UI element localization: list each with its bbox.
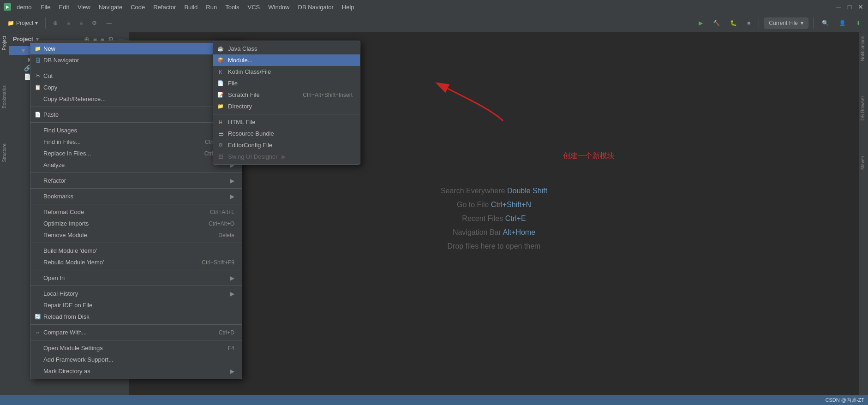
- right-panel-db-browser[interactable]: DB Browser: [859, 92, 868, 124]
- toolbar-expand-button[interactable]: ≡: [76, 18, 86, 28]
- ctx-optimize-imports[interactable]: Optimize Imports Ctrl+Alt+O: [30, 218, 242, 229]
- menu-refactor[interactable]: Refactor: [150, 2, 180, 12]
- current-file-button[interactable]: Current File ▾: [764, 18, 808, 29]
- minimize-button[interactable]: ─: [835, 3, 842, 11]
- sub-kotlin-class[interactable]: K Kotlin Class/File: [213, 66, 360, 77]
- menu-edit[interactable]: Edit: [55, 2, 72, 12]
- ctx-open-module-settings[interactable]: Open Module Settings F4: [30, 342, 242, 354]
- ctx-reload-from-disk[interactable]: 🔄 Reload from Disk: [30, 311, 242, 322]
- ctx-build-module[interactable]: Build Module 'demo': [30, 245, 242, 256]
- ctx-copy[interactable]: 📋 Copy Ctrl+C: [30, 82, 242, 93]
- menu-help[interactable]: Help: [338, 2, 358, 12]
- toolbar-collapse-button[interactable]: ≡: [63, 18, 74, 28]
- sub-editorconfig[interactable]: ⚙ EditorConfig File: [213, 139, 360, 151]
- debug-button[interactable]: 🐛: [726, 18, 741, 28]
- menu-run[interactable]: Run: [202, 2, 221, 12]
- ctx-new[interactable]: 📁 New ▶: [30, 43, 242, 54]
- ctx-paste[interactable]: 📄 Paste Ctrl+V: [30, 109, 242, 120]
- app-title: demo: [17, 4, 32, 11]
- ctx-local-history[interactable]: Local History ▶: [30, 288, 242, 299]
- menu-build[interactable]: Build: [180, 2, 201, 12]
- ctx-add-framework[interactable]: Add Framework Support...: [30, 354, 242, 365]
- menu-window[interactable]: Window: [264, 2, 293, 12]
- menu-code[interactable]: Code: [127, 2, 149, 12]
- menu-dbnavigator[interactable]: DB Navigator: [294, 2, 337, 12]
- search-button[interactable]: 🔍: [818, 18, 832, 28]
- ctx-rebuild-module[interactable]: Rebuild Module 'demo' Ctrl+Shift+F9: [30, 256, 242, 268]
- db-navigator-icon: 🗄: [34, 57, 42, 64]
- chinese-annotation: 创建一个新模块: [563, 151, 615, 161]
- ctx-bookmarks[interactable]: Bookmarks ▶: [30, 191, 242, 202]
- menu-navigate[interactable]: Navigate: [95, 2, 126, 12]
- ctx-sep-8: [30, 270, 242, 270]
- sidebar-item-structure[interactable]: Structure: [1, 140, 8, 166]
- recent-files-hint: Recent Files Ctrl+E: [441, 214, 547, 223]
- right-panel-notifications[interactable]: Notifications: [859, 32, 868, 65]
- window-controls: ─ □ ✕: [835, 3, 864, 11]
- menu-file[interactable]: File: [37, 2, 54, 12]
- sub-resource-bundle[interactable]: 🗃 Resource Bundle: [213, 128, 360, 139]
- compare-icon: ↔: [34, 329, 42, 336]
- right-panel-maven[interactable]: Maven: [859, 152, 868, 173]
- compare-shortcut: Ctrl+D: [219, 329, 234, 336]
- update-button[interactable]: ⬇: [852, 18, 864, 28]
- ctx-mark-directory[interactable]: Mark Directory as ▶: [30, 365, 242, 377]
- sidebar-item-bookmarks[interactable]: Bookmarks: [1, 82, 8, 112]
- stop-button[interactable]: ■: [743, 18, 754, 28]
- sub-java-class[interactable]: ☕ Java Class: [213, 43, 360, 54]
- ctx-open-in[interactable]: Open In ▶: [30, 272, 242, 284]
- goto-file-key: Ctrl+Shift+N: [491, 201, 531, 208]
- scratch-icon: 📝: [217, 91, 224, 99]
- build-button[interactable]: 🔨: [709, 18, 724, 28]
- ctx-sep-7: [30, 243, 242, 243]
- ctx-repair-ide[interactable]: Repair IDE on File: [30, 299, 242, 311]
- sidebar-item-project[interactable]: Project: [1, 32, 8, 54]
- maximize-button[interactable]: □: [846, 3, 853, 11]
- ctx-compare-with[interactable]: ↔ Compare With... Ctrl+D: [30, 327, 242, 338]
- reformat-shortcut: Ctrl+Alt+L: [210, 209, 234, 215]
- directory-icon: 📁: [217, 103, 224, 110]
- left-sidebar: Project Bookmarks Structure: [0, 32, 9, 405]
- ctx-find-in-files[interactable]: Find in Files... Ctrl+Shift+F: [30, 136, 242, 148]
- ctx-replace-in-files[interactable]: Replace in Files... Ctrl+Shift+R: [30, 148, 242, 159]
- run-button[interactable]: ▶: [695, 18, 706, 28]
- tree-expand-icon: ▼: [20, 47, 26, 54]
- ctx-db-navigator[interactable]: 🗄 DB Navigator ▶: [30, 54, 242, 66]
- ctx-remove-module[interactable]: Remove Module Delete: [30, 229, 242, 241]
- nav-bar-key: Alt+Home: [503, 228, 535, 236]
- ctx-cut[interactable]: ✂ Cut Ctrl+X: [30, 70, 242, 82]
- toolbar-settings-button[interactable]: ⚙: [88, 18, 101, 28]
- project-dropdown[interactable]: 📁 Project ▾: [4, 18, 42, 28]
- sub-scratch-file[interactable]: 📝 Scratch File Ctrl+Alt+Shift+Insert: [213, 89, 360, 101]
- sub-sep-1: [213, 114, 360, 114]
- search-everywhere-hint: Search Everywhere Double Shift: [441, 187, 547, 195]
- ctx-refactor[interactable]: Refactor ▶: [30, 175, 242, 186]
- sub-module[interactable]: 📦 Module...: [213, 54, 360, 66]
- ctx-analyze[interactable]: Analyze ▶: [30, 159, 242, 171]
- sub-file[interactable]: 📄 File: [213, 77, 360, 89]
- project-label: Project: [16, 20, 33, 26]
- menu-view[interactable]: View: [74, 2, 94, 12]
- ctx-reformat-code[interactable]: Reformat Code Ctrl+Alt+L: [30, 206, 242, 218]
- kotlin-icon: K: [217, 68, 224, 76]
- sub-html-file[interactable]: H HTML File: [213, 116, 360, 128]
- menu-vcs[interactable]: VCS: [244, 2, 264, 12]
- menu-tools[interactable]: Tools: [221, 2, 243, 12]
- sub-swing-designer: 🖼 Swing UI Designer ▶: [213, 151, 360, 162]
- paste-icon: 📄: [34, 111, 42, 119]
- ctx-sep-9: [30, 286, 242, 286]
- close-button[interactable]: ✕: [857, 3, 864, 11]
- optimize-shortcut: Ctrl+Alt+O: [209, 220, 234, 227]
- toolbar-sync-button[interactable]: ⊕: [49, 18, 61, 28]
- sub-directory[interactable]: 📁 Directory: [213, 101, 360, 112]
- ctx-sep-1: [30, 68, 242, 68]
- user-button[interactable]: 👤: [835, 18, 850, 28]
- ctx-copy-path[interactable]: Copy Path/Reference...: [30, 93, 242, 105]
- file-icon: 📄: [217, 80, 224, 87]
- toolbar-close-panel-button[interactable]: —: [102, 18, 115, 28]
- module-settings-shortcut: F4: [228, 345, 234, 351]
- ctx-find-usages[interactable]: Find Usages Alt+F7: [30, 125, 242, 136]
- annotation-arrow: [420, 75, 521, 141]
- dropdown-arrow-icon: ▾: [35, 20, 38, 26]
- ctx-sep-11: [30, 340, 242, 340]
